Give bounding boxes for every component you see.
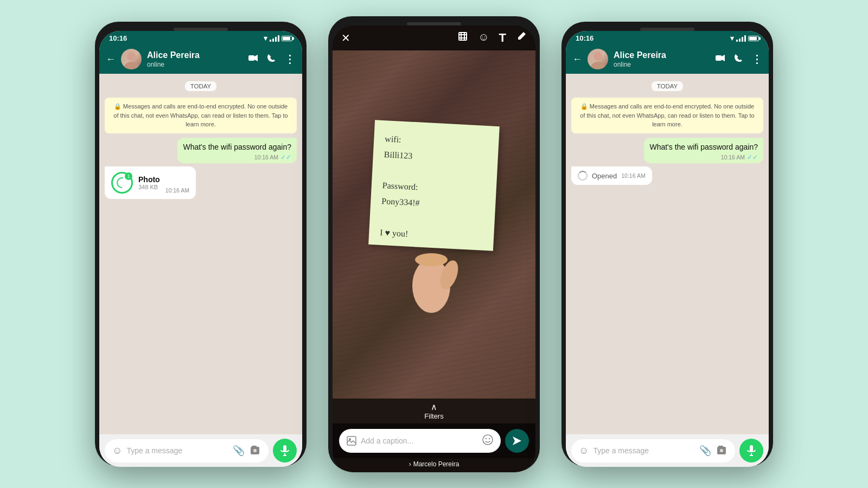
middle-phone: ✕ ☺ T <box>328 16 540 472</box>
filters-label: Filters <box>424 412 443 420</box>
photo-size-left: 348 KB <box>138 184 160 190</box>
encrypt-notice-left: 🔒 Messages and calls are end-to-end encr… <box>105 98 297 133</box>
attach-icon-right[interactable]: 📎 <box>699 445 711 457</box>
sent-time-left: 10:16 AM <box>254 154 278 160</box>
svg-point-23 <box>593 52 602 61</box>
status-time-left: 10:16 <box>109 34 127 42</box>
input-placeholder-left: Type a message <box>126 446 228 455</box>
svg-point-5 <box>253 449 257 452</box>
contact-info-left: Alice Pereira online <box>147 50 243 68</box>
wifi-icon: ▾ <box>264 34 267 42</box>
message-input-left[interactable]: ☺ Type a message 📎 <box>105 439 269 463</box>
status-bar-left: 10:16 ▾ <box>99 31 302 44</box>
header-icons-right: ⋮ <box>716 53 762 66</box>
contact-status-right: online <box>614 61 710 68</box>
contact-info-right: Alice Pereira online <box>614 50 710 68</box>
avatar-right <box>588 49 608 69</box>
caption-bar: Add a caption... <box>333 423 535 458</box>
crop-icon[interactable] <box>457 31 468 45</box>
contact-status-left: online <box>147 61 243 68</box>
chat-input-left: ☺ Type a message 📎 <box>99 434 302 467</box>
svg-point-24 <box>591 62 605 69</box>
filters-chevron-icon: ∧ <box>431 402 437 412</box>
contact-name-left: Alice Pereira <box>147 50 243 60</box>
photo-icon-left <box>111 172 133 194</box>
sent-ticks-left: ✓✓ <box>280 153 291 161</box>
svg-point-1 <box>124 62 138 69</box>
status-time-right: 10:16 <box>576 34 593 42</box>
mic-button-right[interactable] <box>739 439 763 463</box>
chat-body-left: TODAY 🔒 Messages and calls are end-to-en… <box>99 74 302 434</box>
video-call-icon-right[interactable] <box>716 54 725 64</box>
status-icons-left: ▾ <box>264 34 292 42</box>
text-icon[interactable]: T <box>499 31 506 45</box>
image-preview: wifi: Billi123 Password: Pony334!# I ♥ y… <box>333 50 535 399</box>
caption-input[interactable]: Add a caption... <box>339 429 501 453</box>
chat-body-right: TODAY 🔒 Messages and calls are end-to-en… <box>566 74 769 434</box>
signal-icon-right <box>736 35 746 42</box>
svg-point-0 <box>127 52 136 61</box>
camera-icon-right[interactable] <box>716 445 727 457</box>
phone-call-icon-right[interactable] <box>734 54 743 65</box>
signal-icon <box>270 35 279 42</box>
svg-marker-3 <box>254 55 258 61</box>
svg-rect-28 <box>750 445 753 452</box>
sent-meta-right: 10:16 AM ✓✓ <box>649 153 758 161</box>
status-icons-right: ▾ <box>730 34 759 42</box>
opened-spinner-icon <box>578 171 588 181</box>
avatar-left <box>121 49 142 69</box>
emoji-icon-left[interactable]: ☺ <box>112 445 122 457</box>
video-call-icon-left[interactable] <box>248 54 258 64</box>
svg-rect-6 <box>283 445 286 452</box>
input-placeholder-right: Type a message <box>593 446 695 455</box>
sent-text-left: What's the wifi password again? <box>183 142 291 153</box>
send-button-middle[interactable] <box>505 429 529 453</box>
svg-marker-22 <box>513 436 521 445</box>
pen-icon[interactable] <box>516 31 527 45</box>
filters-bar[interactable]: ∧ Filters <box>333 399 535 423</box>
more-icon-left[interactable]: ⋮ <box>284 53 296 66</box>
chat-input-right: ☺ Type a message 📎 <box>566 434 769 467</box>
header-icons-left: ⋮ <box>248 53 296 66</box>
note-text: wifi: Billi123 Password: Pony334!# I ♥ y… <box>380 131 488 246</box>
opened-message-right: Opened 10:16 AM <box>571 166 652 185</box>
sticky-note: wifi: Billi123 Password: Pony334!# I ♥ y… <box>368 120 500 251</box>
sent-text-right: What's the wifi password again? <box>649 142 758 153</box>
mic-button-left[interactable] <box>273 439 297 463</box>
svg-point-19 <box>483 435 493 445</box>
close-icon[interactable]: ✕ <box>341 31 350 44</box>
opened-text-right: Opened <box>592 172 617 180</box>
caption-emoji-icon[interactable] <box>482 434 493 447</box>
sent-meta-left: 10:16 AM ✓✓ <box>183 153 291 161</box>
svg-point-27 <box>720 449 723 452</box>
photo-info-left: Photo 348 KB <box>138 175 160 190</box>
date-badge-right: TODAY <box>652 81 684 91</box>
chat-header-left: ← Alice Pereira online <box>99 44 302 74</box>
recipient-bar: › Marcelo Pereira <box>333 458 535 472</box>
encrypt-notice-right: 🔒 Messages and calls are end-to-end encr… <box>571 98 763 133</box>
phone-call-icon-left[interactable] <box>267 54 276 65</box>
svg-rect-9 <box>459 33 467 40</box>
back-button-left[interactable]: ← <box>106 54 116 65</box>
photo-attachment-left[interactable]: Photo 348 KB 10:16 AM <box>105 166 196 199</box>
back-button-right[interactable]: ← <box>572 54 582 65</box>
photo-time-left: 10:16 AM <box>165 187 189 194</box>
more-icon-right[interactable]: ⋮ <box>751 53 762 66</box>
battery-icon <box>282 36 292 41</box>
svg-point-4 <box>117 178 127 188</box>
svg-point-16 <box>415 253 448 266</box>
recipient-chevron-icon: › <box>409 460 411 468</box>
camera-icon-left[interactable] <box>249 445 261 457</box>
caption-gallery-icon <box>347 436 356 446</box>
date-badge-left: TODAY <box>185 81 217 91</box>
svg-marker-26 <box>722 55 725 61</box>
svg-rect-25 <box>716 55 722 61</box>
emoji-sticker-icon[interactable]: ☺ <box>478 31 489 45</box>
message-input-right[interactable]: ☺ Type a message 📎 <box>571 439 735 463</box>
emoji-icon-right[interactable]: ☺ <box>579 445 589 457</box>
wifi-icon-right: ▾ <box>730 34 734 42</box>
svg-rect-2 <box>248 55 254 61</box>
opened-time-right: 10:16 AM <box>621 172 645 179</box>
sent-ticks-right: ✓✓ <box>747 153 758 161</box>
attach-icon-left[interactable]: 📎 <box>233 445 245 457</box>
